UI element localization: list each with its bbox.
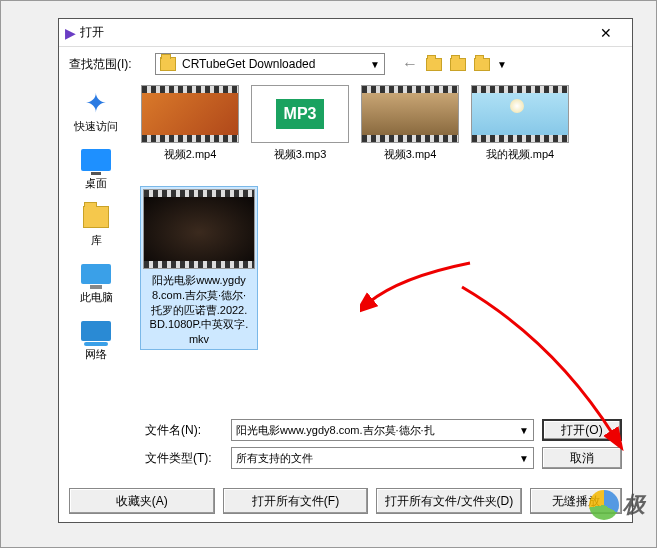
bottom-inputs: 文件名(N): 阳光电影www.ygdy8.com.吉尔莫·德尔·扎 ▼ 打开(… xyxy=(59,411,632,479)
open-all-folders-button[interactable]: 打开所有文件/文件夹(D) xyxy=(376,488,522,514)
folder-icon xyxy=(160,57,176,71)
chevron-down-icon: ▼ xyxy=(519,425,529,436)
look-in-row: 查找范围(I): CRTubeGet Downloaded ▼ ← ▼ xyxy=(59,47,632,81)
video-thumbnail xyxy=(141,85,239,143)
cancel-button[interactable]: 取消 xyxy=(542,447,622,469)
filename-value: 阳光电影www.ygdy8.com.吉尔莫·德尔·扎 xyxy=(236,423,435,438)
sidebar-item-desktop[interactable]: 桌面 xyxy=(64,142,128,195)
nav-icons: ← ▼ xyxy=(391,55,505,73)
filetype-label: 文件类型(T): xyxy=(145,450,223,467)
filename-input[interactable]: 阳光电影www.ygdy8.com.吉尔莫·德尔·扎 ▼ xyxy=(231,419,534,441)
file-name: 视频3.mp4 xyxy=(384,147,437,162)
favorites-button[interactable]: 收藏夹(A) xyxy=(69,488,215,514)
sidebar-item-thispc[interactable]: 此电脑 xyxy=(64,256,128,309)
filename-label: 文件名(N): xyxy=(145,422,223,439)
open-all-files-button[interactable]: 打开所有文件(F) xyxy=(223,488,369,514)
close-button[interactable]: ✕ xyxy=(586,25,626,41)
seamless-play-button[interactable]: 无缝播放 xyxy=(530,488,622,514)
network-icon xyxy=(81,321,111,341)
chevron-down-icon: ▼ xyxy=(370,59,380,70)
new-folder-icon[interactable] xyxy=(449,55,467,73)
video-thumbnail xyxy=(361,85,459,143)
look-in-value: CRTubeGet Downloaded xyxy=(182,57,315,71)
back-icon[interactable]: ← xyxy=(401,55,419,73)
sidebar-item-label: 快速访问 xyxy=(74,119,118,134)
file-item-selected[interactable]: 阳光电影www.ygdy8.com.吉尔莫·德尔·托罗的匹诺曹.2022.BD.… xyxy=(140,186,258,350)
file-item[interactable]: MP3 视频3.mp3 xyxy=(248,83,352,164)
file-name: 视频2.mp4 xyxy=(164,147,217,162)
folder-icon xyxy=(83,206,109,228)
star-icon: ✦ xyxy=(80,89,112,117)
chevron-down-icon[interactable]: ▼ xyxy=(497,59,505,70)
file-item[interactable]: 视频3.mp4 xyxy=(358,83,462,164)
filetype-combo[interactable]: 所有支持的文件 ▼ xyxy=(231,447,534,469)
open-dialog: ▶ 打开 ✕ 查找范围(I): CRTubeGet Downloaded ▼ ←… xyxy=(58,18,633,523)
sidebar: ✦ 快速访问 桌面 库 此电脑 网络 xyxy=(59,81,133,411)
file-item[interactable]: 我的视频.mp4 xyxy=(468,83,572,164)
file-name: 阳光电影www.ygdy8.com.吉尔莫·德尔·托罗的匹诺曹.2022.BD.… xyxy=(149,273,249,347)
sidebar-item-network[interactable]: 网络 xyxy=(64,313,128,366)
file-list[interactable]: 视频2.mp4 MP3 视频3.mp3 视频3.mp4 我的视频.mp4 阳光电… xyxy=(133,81,632,411)
computer-icon xyxy=(81,264,111,284)
sidebar-item-quickaccess[interactable]: ✦ 快速访问 xyxy=(64,85,128,138)
video-thumbnail xyxy=(471,85,569,143)
sidebar-item-label: 网络 xyxy=(85,347,107,362)
look-in-combo[interactable]: CRTubeGet Downloaded ▼ xyxy=(155,53,385,75)
sidebar-item-label: 桌面 xyxy=(85,176,107,191)
mp3-badge: MP3 xyxy=(276,99,325,129)
video-thumbnail xyxy=(143,189,255,269)
annotation-arrow xyxy=(360,257,480,317)
open-button[interactable]: 打开(O) xyxy=(542,419,622,441)
sidebar-item-label: 库 xyxy=(91,233,102,248)
file-item[interactable]: 视频2.mp4 xyxy=(138,83,242,164)
desktop-icon xyxy=(81,149,111,171)
sidebar-item-label: 此电脑 xyxy=(80,290,113,305)
footer-buttons: 收藏夹(A) 打开所有文件(F) 打开所有文件/文件夹(D) 无缝播放 xyxy=(69,488,622,514)
app-icon: ▶ xyxy=(65,25,76,41)
file-name: 我的视频.mp4 xyxy=(486,147,554,162)
audio-thumbnail: MP3 xyxy=(251,85,349,143)
file-name: 视频3.mp3 xyxy=(274,147,327,162)
filetype-value: 所有支持的文件 xyxy=(236,451,313,466)
look-in-label: 查找范围(I): xyxy=(69,56,149,73)
chevron-down-icon: ▼ xyxy=(519,453,529,464)
view-menu-icon[interactable] xyxy=(473,55,491,73)
dialog-title: 打开 xyxy=(76,24,586,41)
title-bar: ▶ 打开 ✕ xyxy=(59,19,632,47)
up-folder-icon[interactable] xyxy=(425,55,443,73)
sidebar-item-library[interactable]: 库 xyxy=(64,199,128,252)
